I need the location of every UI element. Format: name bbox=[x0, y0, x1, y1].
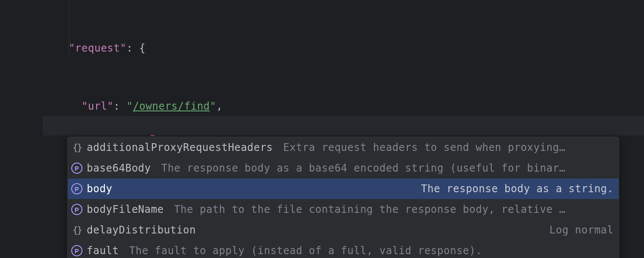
autocomplete-description: Log normal bbox=[206, 220, 614, 240]
autocomplete-description: Extra request headers to send when proxy… bbox=[283, 137, 614, 158]
autocomplete-popup[interactable]: {}additionalProxyRequestHeadersExtra req… bbox=[67, 137, 619, 258]
autocomplete-item-base64Body[interactable]: Pbase64BodyThe response body as a base64… bbox=[68, 158, 619, 178]
code-line: "request": { bbox=[56, 39, 644, 58]
autocomplete-description: The path to the file containing the resp… bbox=[174, 199, 614, 220]
property-icon: P bbox=[71, 204, 82, 215]
autocomplete-description: The fault to apply (instead of a full, v… bbox=[129, 240, 614, 258]
autocomplete-item-fault[interactable]: PfaultThe fault to apply (instead of a f… bbox=[68, 240, 619, 258]
autocomplete-item-bodyFileName[interactable]: PbodyFileNameThe path to the file contai… bbox=[68, 199, 619, 220]
autocomplete-description: The response body as a string. bbox=[123, 178, 614, 199]
autocomplete-label: fault bbox=[87, 240, 119, 258]
autocomplete-item-additionalProxyRequestHeaders[interactable]: {}additionalProxyRequestHeadersExtra req… bbox=[68, 137, 619, 158]
autocomplete-label: body bbox=[87, 178, 112, 199]
tab-indent-icon[interactable] bbox=[598, 240, 636, 258]
code-line: "url": "/owners/find", bbox=[56, 97, 644, 116]
property-icon: P bbox=[71, 245, 82, 256]
json-key: "request" bbox=[69, 42, 127, 54]
autocomplete-label: delayDistribution bbox=[87, 220, 196, 240]
gutter bbox=[0, 0, 43, 258]
property-icon: P bbox=[71, 183, 82, 194]
autocomplete-item-delayDistribution[interactable]: {}delayDistributionLog normal bbox=[68, 220, 619, 240]
json-key: "url" bbox=[82, 100, 114, 112]
braces-icon: {} bbox=[71, 224, 82, 236]
url-link[interactable]: /owners/find bbox=[133, 100, 210, 112]
property-icon: P bbox=[71, 163, 82, 174]
autocomplete-label: base64Body bbox=[87, 158, 151, 178]
autocomplete-label: additionalProxyRequestHeaders bbox=[87, 137, 273, 158]
code-editor[interactable]: "request": { "url": "/owners/find", "met… bbox=[0, 0, 644, 258]
autocomplete-item-body[interactable]: PbodyThe response body as a string. bbox=[68, 178, 619, 199]
braces-icon: {} bbox=[71, 142, 82, 153]
autocomplete-label: bodyFileName bbox=[87, 199, 164, 220]
autocomplete-description: The response body as a base64 encoded st… bbox=[161, 158, 614, 178]
